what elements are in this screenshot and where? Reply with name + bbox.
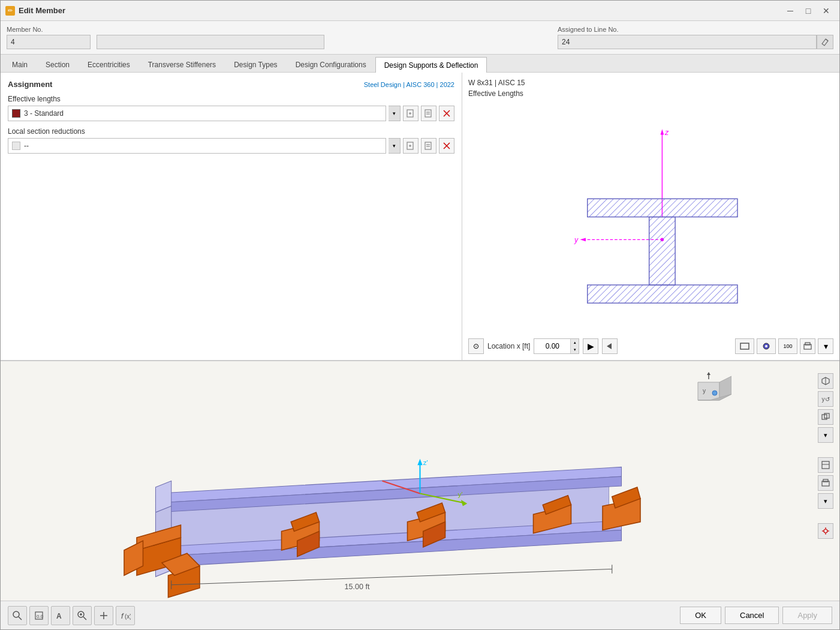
location-icon-btns: 100 ▾ xyxy=(735,338,833,354)
new-doc-icon xyxy=(406,109,416,118)
cancel-button[interactable]: Cancel xyxy=(725,607,779,624)
cross-section-area: z y xyxy=(468,110,833,335)
tab-main[interactable]: Main xyxy=(3,57,37,72)
effective-lengths-dropdown-arrow[interactable]: ▾ xyxy=(389,106,401,121)
assigned-input[interactable] xyxy=(558,35,817,49)
close-button[interactable]: ✕ xyxy=(818,4,835,17)
rotate-y-btn[interactable]: y↺ xyxy=(818,391,833,407)
effective-lengths-input-row: 3 - Standard ▾ xyxy=(8,106,454,121)
location-label: Location x [ft] xyxy=(487,342,530,350)
maximize-button[interactable]: □ xyxy=(800,4,817,17)
svg-marker-19 xyxy=(607,343,612,349)
location-input[interactable] xyxy=(534,341,570,352)
location-up-arrow[interactable]: ▴ xyxy=(570,339,579,346)
3d-extra-btn[interactable] xyxy=(818,409,833,425)
location-play-btn[interactable]: ▶ xyxy=(583,338,598,354)
cross-icon xyxy=(98,610,109,621)
tab-transverse[interactable]: Transverse Stiffeners xyxy=(139,57,225,72)
tab-design-configs[interactable]: Design Configurations xyxy=(287,57,375,72)
cross-btn[interactable] xyxy=(94,606,113,625)
print-section-btn[interactable] xyxy=(800,338,815,354)
cube3d-icon xyxy=(821,376,830,386)
formula-btn[interactable]: f(x) xyxy=(116,606,135,625)
svg-rect-75 xyxy=(823,479,828,482)
title-bar: ✏ Edit Member ─ □ ✕ xyxy=(1,1,839,21)
print-options-btn[interactable]: ▾ xyxy=(818,493,833,509)
local-section-edit-btn[interactable] xyxy=(421,138,436,154)
label-icon: A xyxy=(55,610,66,621)
edit-member-window: ✏ Edit Member ─ □ ✕ Member No. Assigned … xyxy=(0,0,840,630)
local-section-dropdown-arrow[interactable]: ▾ xyxy=(389,138,401,154)
print-icon xyxy=(803,341,812,351)
member-desc-input[interactable] xyxy=(97,35,324,49)
print2-icon xyxy=(821,478,830,488)
label-btn[interactable]: A xyxy=(51,606,70,625)
window-controls: ─ □ ✕ xyxy=(782,4,835,17)
member-desc-group xyxy=(97,26,552,49)
snap-btn[interactable]: 0.0 xyxy=(29,606,49,625)
left-panel: Assignment Steel Design | AISC 360 | 202… xyxy=(1,73,462,360)
zoom-btn[interactable] xyxy=(73,606,92,625)
location-info-btn[interactable]: ⊙ xyxy=(468,338,484,354)
effective-lengths-new-btn[interactable] xyxy=(403,106,419,121)
tab-section[interactable]: Section xyxy=(37,57,79,72)
search-icon xyxy=(12,610,23,621)
apply-arrow-icon xyxy=(606,342,614,350)
effective-lengths-edit-btn[interactable] xyxy=(421,106,436,121)
apply-button[interactable]: Apply xyxy=(782,607,832,624)
svg-rect-5 xyxy=(425,110,431,117)
member-no-input[interactable] xyxy=(7,35,91,49)
local-section-input-row: -- ▾ xyxy=(8,138,454,154)
delete-icon xyxy=(442,109,451,118)
effective-lengths-label: Effective lengths xyxy=(8,95,454,103)
svg-point-81 xyxy=(13,611,19,617)
top-flange xyxy=(588,199,737,217)
minimize-button[interactable]: ─ xyxy=(782,4,799,17)
svg-text:f: f xyxy=(121,611,124,620)
rotate-btn[interactable]: ▾ xyxy=(818,427,833,443)
z-axis-label: z xyxy=(664,128,669,136)
view-side-btn[interactable] xyxy=(757,338,776,354)
local-section-new-btn[interactable] xyxy=(403,138,419,154)
3d-print-btn[interactable] xyxy=(818,475,833,491)
location-down-arrow[interactable]: ▾ xyxy=(570,346,579,353)
view-100-btn[interactable]: 100 xyxy=(778,338,797,354)
ok-button[interactable]: OK xyxy=(680,607,721,624)
view-front-btn[interactable] xyxy=(735,338,754,354)
nav-cube[interactable]: y xyxy=(686,370,731,416)
svg-text:0.0: 0.0 xyxy=(37,614,44,619)
y-axis-arrowhead xyxy=(580,238,585,241)
3d-view2-btn[interactable] xyxy=(818,457,833,473)
assigned-field-row xyxy=(558,35,833,49)
view-front-icon xyxy=(739,341,750,352)
view-options-btn[interactable]: ▾ xyxy=(818,338,833,354)
svg-text:y': y' xyxy=(458,491,463,498)
svg-rect-20 xyxy=(740,343,749,349)
assigned-action-button[interactable] xyxy=(817,35,833,49)
settings-btn[interactable] xyxy=(818,523,833,539)
toolbar-bottom: 0.0 A f(x) OK Cancel Apply xyxy=(1,601,839,629)
local-section-delete-btn[interactable] xyxy=(439,138,454,154)
right-panel: W 8x31 | AISC 15 Effective Lengths z xyxy=(462,73,839,360)
assignment-title: Assignment xyxy=(8,80,52,89)
tab-eccentricities[interactable]: Eccentricities xyxy=(79,57,139,72)
header-left: Member No. xyxy=(7,26,552,49)
new-doc2-icon xyxy=(406,141,416,151)
search-btn[interactable] xyxy=(8,606,27,625)
effective-lengths-value: 3 - Standard xyxy=(24,109,64,118)
tabs-bar: Main Section Eccentricities Transverse S… xyxy=(1,55,839,73)
local-section-combo[interactable]: -- xyxy=(8,138,386,154)
svg-point-64 xyxy=(712,391,717,395)
svg-point-22 xyxy=(765,345,767,347)
effective-lengths-combo[interactable]: 3 - Standard xyxy=(8,106,386,121)
tab-design-types[interactable]: Design Types xyxy=(225,57,287,72)
3d-view-btn[interactable] xyxy=(818,373,833,389)
assigned-label: Assigned to Line No. xyxy=(558,26,833,33)
location-apply-btn[interactable] xyxy=(602,338,618,354)
local-section-label: Local section reductions xyxy=(8,127,454,136)
tab-design-supports[interactable]: Design Supports & Deflection xyxy=(375,57,487,73)
member-no-label: Member No. xyxy=(7,26,91,33)
member-no-group: Member No. xyxy=(7,26,91,49)
z-axis-arrowhead xyxy=(661,129,664,134)
effective-lengths-delete-btn[interactable] xyxy=(439,106,454,121)
